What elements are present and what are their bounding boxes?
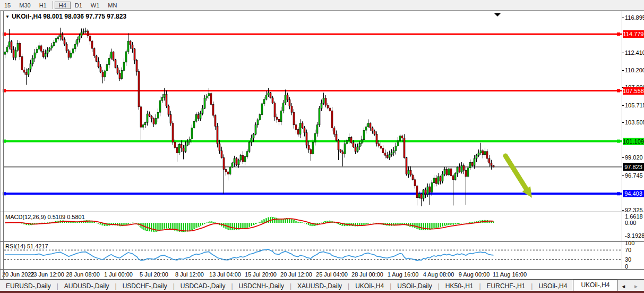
candle-body (32, 58, 33, 64)
tab-ukoil-h4[interactable]: UKOil-,H4 (349, 281, 390, 291)
candle-body (25, 72, 27, 74)
candle-body (168, 106, 169, 114)
candle-body (191, 128, 193, 139)
price-line-badge: 97.823 (623, 163, 644, 171)
tab-eurchf-h1[interactable]: EURCHF-,H1 (481, 281, 531, 291)
x-axis-label: 25 Jul 04:00 (316, 271, 348, 278)
candle-body (416, 186, 418, 198)
candlestick-chart[interactable] (0, 11, 622, 212)
timeframe-button-m30[interactable]: M30 (15, 2, 35, 9)
rsi-panel-divider[interactable] (0, 241, 644, 242)
tab-usoil-h4[interactable]: USOil-,H4 (533, 281, 573, 291)
candle-body (206, 96, 208, 98)
candle-body (253, 134, 254, 138)
candle-body (57, 37, 59, 39)
candle-body (461, 165, 462, 172)
candle-body (365, 127, 367, 130)
candle-body (123, 62, 125, 70)
price-axis-label: 96.745 (625, 172, 643, 179)
candle-body (395, 146, 397, 150)
price-axis-label: 110.200 (625, 67, 644, 73)
timeframe-button-h4[interactable]: H4 (55, 2, 71, 9)
candle-body (234, 158, 235, 163)
candle-body (319, 108, 320, 125)
candle-body (299, 123, 301, 135)
timeframe-button-h1[interactable]: H1 (35, 2, 51, 9)
candle-body (348, 137, 350, 140)
candle-body (310, 149, 312, 154)
candle-body (212, 104, 214, 115)
candle-body (361, 140, 363, 144)
candle-body (51, 46, 53, 48)
tab-usoil-daily[interactable]: USOil-,Daily (391, 281, 437, 291)
line-endpoint-marker (617, 32, 620, 36)
candle-body (454, 173, 456, 180)
candle-body (452, 175, 454, 179)
candle-body (325, 98, 327, 105)
candle-body (304, 128, 305, 133)
candle-body (202, 108, 203, 114)
symbol-dropdown-icon[interactable]: ▼ (5, 14, 10, 19)
candle-body (412, 175, 414, 180)
tab-usdchf-daily[interactable]: USDCHF-,Daily (117, 281, 173, 291)
candle-body (174, 142, 176, 147)
trend-arrow[interactable] (505, 156, 526, 189)
candle-body (282, 103, 284, 111)
candle-body (76, 39, 78, 44)
candle-body (287, 95, 288, 100)
tab-usdcnh-daily[interactable]: USDCNH-,Daily (233, 281, 290, 291)
candle-body (144, 122, 146, 124)
toolbar-separator (53, 1, 53, 9)
candle-body (183, 148, 184, 152)
candle-body (251, 138, 252, 142)
candle-body (59, 35, 61, 37)
candle-body (263, 99, 265, 104)
rsi-panel[interactable] (0, 242, 622, 269)
candle-body (478, 153, 479, 155)
candle-body (397, 141, 399, 146)
candle-body (420, 194, 422, 198)
candle-body (370, 123, 371, 128)
candle-body (321, 103, 322, 108)
candle-body (8, 42, 10, 47)
tab-usdcad-daily[interactable]: USDCAD-,Daily (175, 281, 231, 291)
timeframe-button-d1[interactable]: D1 (71, 2, 87, 9)
candle-body (17, 44, 19, 51)
tab-scroll-left-icon[interactable]: ◄ (621, 283, 626, 289)
tab-xauusd-daily[interactable]: XAUUSD-,Daily (291, 281, 348, 291)
candle-body (91, 41, 93, 48)
tab-ukoil-h4[interactable]: UKOil-,H4 (573, 280, 617, 292)
tab-eurusd-daily[interactable]: EURUSD-,Daily (0, 281, 57, 291)
price-axis: 116.895112.410110.200107.990105.715103.5… (622, 11, 644, 270)
candle-body (93, 48, 95, 56)
candle-body (378, 144, 380, 146)
candle-body (493, 165, 494, 167)
candle-body (187, 142, 188, 145)
candle-body (132, 45, 133, 48)
candle-body (176, 147, 178, 153)
candle-body (227, 172, 229, 174)
tab-scroll-right-icon[interactable]: ► (633, 283, 639, 289)
candle-body (372, 128, 373, 131)
candle-body (255, 125, 256, 135)
chart-shift-marker[interactable] (494, 13, 501, 16)
candle-body (359, 143, 360, 147)
tab-audusd-daily[interactable]: AUDUSD-,Daily (58, 281, 115, 291)
price-line-badge: 114.779 (623, 30, 644, 38)
macd-panel-divider[interactable] (0, 212, 644, 212)
candle-body (295, 125, 297, 130)
x-axis-label: 4 Aug 08:00 (423, 271, 454, 278)
candle-body (331, 111, 333, 128)
candle-body (166, 94, 167, 106)
window-left-border (1, 11, 1, 280)
macd-panel[interactable] (0, 212, 622, 241)
timeframe-button-w1[interactable]: W1 (87, 2, 104, 9)
timeframe-button-mn[interactable]: MN (104, 2, 121, 9)
candle-body (40, 46, 42, 51)
candle-body (68, 51, 70, 58)
candle-body (181, 145, 182, 148)
candle-body (214, 115, 216, 127)
tab-hk50-h1[interactable]: HK50-,H1 (440, 281, 479, 291)
timeframe-button-15[interactable]: 15 (0, 2, 15, 9)
candle-body (38, 46, 40, 49)
